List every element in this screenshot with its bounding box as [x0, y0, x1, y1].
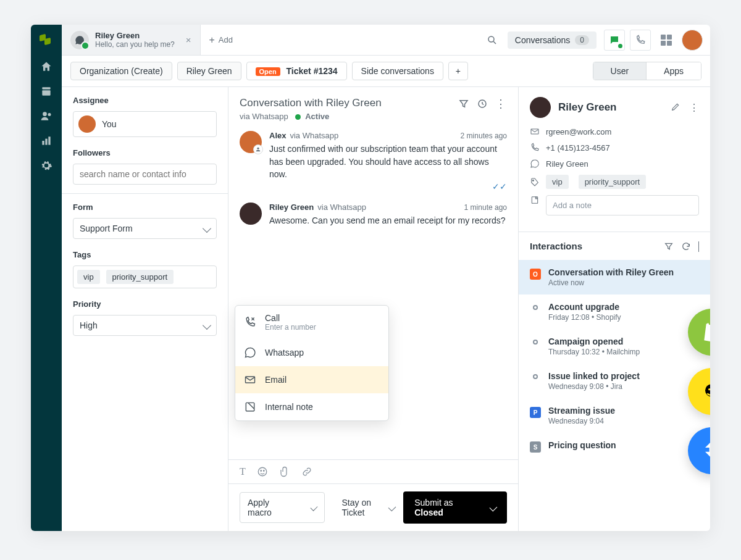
message-via: via Whatsapp — [290, 131, 338, 140]
svg-rect-5 — [45, 139, 47, 145]
event-dot-icon — [533, 305, 538, 310]
attachment-icon[interactable] — [279, 466, 290, 477]
user-note-input[interactable]: Add a note — [546, 195, 699, 215]
conversation-panel: Conversation with Riley Green via Whatsa… — [228, 87, 519, 531]
nav-home[interactable] — [40, 61, 52, 73]
edit-icon[interactable] — [671, 102, 680, 114]
interaction-item[interactable]: Account upgrade Friday 12:08 • Shopify — [519, 295, 710, 329]
form-select[interactable]: Support Form — [73, 218, 217, 239]
conversations-button[interactable]: Conversations 0 — [508, 31, 597, 49]
filter-icon[interactable] — [664, 241, 674, 251]
apply-macro-select[interactable]: Apply macro — [240, 492, 325, 523]
link-icon[interactable] — [301, 466, 312, 477]
more-icon[interactable]: ⋮ — [689, 102, 699, 114]
channel-whatsapp[interactable]: Whatsapp — [235, 339, 388, 366]
status-open-icon: O — [530, 269, 541, 280]
tags-label: Tags — [73, 250, 217, 259]
submit-button[interactable]: Submit as Closed — [403, 491, 507, 524]
assignee-label: Assignee — [73, 96, 217, 105]
collapse-icon[interactable] — [698, 241, 699, 251]
chevron-down-icon — [311, 504, 318, 511]
more-icon[interactable]: ⋮ — [495, 97, 507, 111]
submit-prefix: Submit as — [414, 498, 453, 508]
event-dot-icon — [533, 374, 538, 379]
user-whatsapp: Riley Green — [546, 159, 588, 169]
channel-internal-note[interactable]: Internal note — [235, 393, 388, 420]
message-item: Alex via Whatsapp 2 minutes ago Just con… — [240, 131, 507, 191]
brand-logo — [40, 35, 53, 48]
message-author: Riley Green — [269, 203, 314, 212]
tab-add[interactable]: + — [448, 62, 468, 80]
tags-input[interactable]: vip priority_support — [73, 265, 217, 288]
svg-point-13 — [258, 467, 267, 476]
assignee-select[interactable]: You — [73, 111, 217, 137]
interaction-meta: Thursday 10:32 • Mailchimp — [548, 348, 640, 356]
svg-point-14 — [261, 470, 262, 472]
interaction-meta: Wednesday 9:08 • Jira — [548, 382, 640, 391]
svg-rect-6 — [48, 136, 50, 144]
tab-ticket[interactable]: Open Ticket #1234 — [246, 62, 347, 80]
conversation-via: via Whatsapp — [240, 112, 288, 121]
user-tag[interactable]: vip — [546, 175, 569, 189]
nav-settings[interactable] — [40, 159, 52, 172]
tab-side-conversations[interactable]: Side conversations — [352, 62, 443, 80]
followers-input[interactable] — [73, 164, 217, 185]
search-icon[interactable] — [477, 35, 508, 46]
user-tag[interactable]: priority_support — [579, 175, 647, 189]
tab-organization[interactable]: Organization (Create) — [70, 62, 172, 80]
interaction-item[interactable]: O Conversation with Riley Green Active n… — [519, 260, 710, 295]
form-value: Support Form — [80, 224, 133, 233]
channel-label: Whatsapp — [265, 348, 304, 357]
call-icon[interactable] — [630, 30, 651, 51]
segment-apps[interactable]: Apps — [646, 62, 701, 80]
profile-avatar[interactable] — [682, 30, 703, 51]
nav-views[interactable] — [40, 85, 52, 98]
channel-email[interactable]: Email — [235, 366, 388, 393]
composer-toolbar: T — [228, 459, 518, 483]
emoji-icon[interactable] — [257, 466, 268, 477]
filter-icon[interactable] — [458, 98, 469, 109]
interactions-heading: Interactions — [530, 241, 656, 251]
priority-label: Priority — [73, 299, 217, 309]
refresh-icon[interactable] — [681, 241, 691, 251]
conversation-title: Conversation with Riley Green — [240, 97, 382, 109]
integration-badges — [688, 309, 710, 474]
add-tab-button[interactable]: + Add — [201, 25, 241, 55]
jira-icon — [688, 427, 710, 474]
chat-icon[interactable] — [604, 30, 625, 51]
interaction-item[interactable]: P Streaming issue Wednesday 9:04 — [519, 398, 710, 433]
nav-rail — [31, 25, 62, 531]
channel-label: Internal note — [265, 402, 313, 412]
history-icon[interactable] — [477, 98, 488, 109]
interaction-item[interactable]: Campaign opened Thursday 10:32 • Mailchi… — [519, 329, 710, 364]
interaction-item[interactable]: Issue linked to project Wednesday 9:08 •… — [519, 364, 710, 398]
shopify-icon — [688, 309, 710, 356]
nav-customers[interactable] — [40, 110, 52, 122]
text-format-icon[interactable]: T — [240, 466, 246, 477]
priority-select[interactable]: High — [73, 315, 217, 336]
interaction-title: Conversation with Riley Green — [548, 267, 674, 277]
message-item: Riley Green via Whatsapp 1 minute ago Aw… — [240, 203, 507, 227]
user-name: Riley Green — [558, 101, 617, 114]
apps-grid-icon[interactable] — [656, 30, 677, 51]
stay-on-ticket-select[interactable]: Stay on Ticket — [342, 498, 395, 517]
channel-label: Email — [265, 375, 287, 385]
tab-subtitle: Hello, can you help me? — [95, 40, 175, 49]
segment-user[interactable]: User — [593, 62, 647, 80]
channel-call[interactable]: Call Enter a number — [235, 306, 388, 339]
tag-item[interactable]: vip — [77, 270, 100, 284]
tag-item[interactable]: priority_support — [106, 270, 174, 284]
tab-person[interactable]: Riley Green — [177, 62, 241, 80]
close-icon[interactable]: × — [186, 35, 191, 45]
message-avatar — [240, 203, 262, 225]
svg-point-17 — [532, 180, 534, 181]
macro-label: Apply macro — [248, 498, 281, 517]
svg-rect-16 — [531, 129, 538, 134]
interaction-item[interactable]: S Pricing question — [519, 433, 710, 460]
open-badge: Open — [256, 67, 280, 76]
ticket-label: Ticket #1234 — [287, 66, 338, 76]
nav-reports[interactable] — [40, 135, 52, 147]
user-avatar — [530, 97, 551, 118]
message-body: Awesome. Can you send me an email receip… — [269, 214, 507, 227]
workspace-tab[interactable]: Riley Green Hello, can you help me? × — [62, 25, 201, 55]
